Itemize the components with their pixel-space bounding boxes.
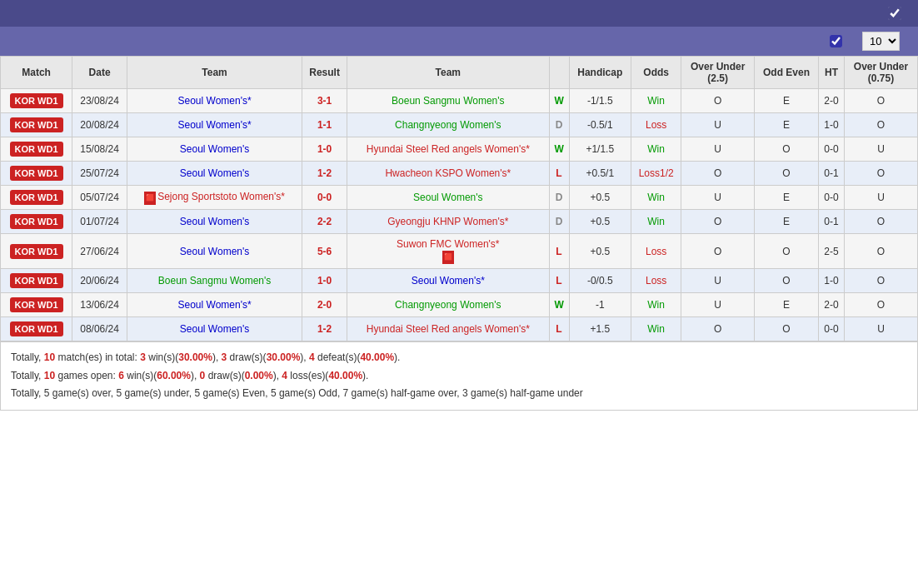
cell-over-under-075: U bbox=[845, 317, 918, 341]
display-notes-checkbox[interactable] bbox=[888, 7, 901, 20]
cell-over-under-25: U bbox=[681, 137, 755, 162]
cell-date: 20/08/24 bbox=[72, 113, 127, 137]
cell-over-under-075: O bbox=[845, 162, 918, 186]
cell-team-right: Changnyeong Women's bbox=[347, 113, 549, 137]
cell-over-under-075: O bbox=[845, 234, 918, 269]
cell-ht: 1-0 bbox=[818, 113, 844, 137]
cell-result: 2-2 bbox=[302, 210, 347, 234]
cell-team-left: 🟥Sejong Sportstoto Women's* bbox=[127, 186, 302, 210]
cell-outcome: L bbox=[549, 162, 569, 186]
cell-result: 1-1 bbox=[302, 113, 347, 137]
cell-match: KOR WD1 bbox=[1, 89, 72, 113]
cell-outcome: D bbox=[549, 186, 569, 210]
cell-handicap: +0.5 bbox=[569, 210, 631, 234]
cell-result: 1-0 bbox=[302, 269, 347, 293]
col-result: Result bbox=[302, 57, 347, 89]
cell-odd-even: O bbox=[755, 162, 819, 186]
cell-team-left: Boeun Sangmu Women's bbox=[127, 269, 302, 293]
cell-odd-even: E bbox=[755, 89, 819, 113]
cell-result: 2-0 bbox=[302, 293, 347, 317]
cell-over-under-25: U bbox=[681, 186, 755, 210]
table-row: KOR WD115/08/24Seoul Women's1-0Hyundai S… bbox=[1, 137, 918, 162]
cell-over-under-075: O bbox=[845, 210, 918, 234]
cell-date: 01/07/24 bbox=[72, 210, 127, 234]
cell-team-left: Seoul Women's bbox=[127, 317, 302, 341]
cell-odd-even: O bbox=[755, 137, 819, 162]
cell-odd-even: E bbox=[755, 210, 819, 234]
cell-date: 08/06/24 bbox=[72, 317, 127, 341]
cell-over-under-075: U bbox=[845, 186, 918, 210]
table-row: KOR WD125/07/24Seoul Women's1-2Hwacheon … bbox=[1, 162, 918, 186]
summary-line3: Totally, 5 game(s) over, 5 game(s) under… bbox=[11, 385, 907, 403]
cell-handicap: -1/1.5 bbox=[569, 89, 631, 113]
table-row: KOR WD101/07/24Seoul Women's2-2Gyeongju … bbox=[1, 210, 918, 234]
cell-ht: 0-0 bbox=[818, 137, 844, 162]
cell-team-left: Seoul Women's bbox=[127, 137, 302, 162]
cell-ht: 1-0 bbox=[818, 269, 844, 293]
cell-match: KOR WD1 bbox=[1, 210, 72, 234]
league-filter-checkbox[interactable] bbox=[830, 35, 842, 47]
table-row: KOR WD120/06/24Boeun Sangmu Women's1-0Se… bbox=[1, 269, 918, 293]
cell-handicap: -0/0.5 bbox=[569, 269, 631, 293]
col-handicap: Handicap bbox=[569, 57, 631, 89]
cell-match: KOR WD1 bbox=[1, 137, 72, 162]
cell-match: KOR WD1 bbox=[1, 162, 72, 186]
cell-match: KOR WD1 bbox=[1, 113, 72, 137]
cell-match: KOR WD1 bbox=[1, 234, 72, 269]
cell-outcome: L bbox=[549, 234, 569, 269]
cell-result: 1-2 bbox=[302, 317, 347, 341]
cell-team-left: Seoul Women's bbox=[127, 234, 302, 269]
cell-team-right: Suwon FMC Women's*🟥 bbox=[347, 234, 549, 269]
col-team-left: Team bbox=[127, 57, 302, 89]
cell-odds: Win bbox=[631, 186, 681, 210]
display-notes-section bbox=[888, 7, 906, 20]
filter-bar: 10 5 15 20 All bbox=[0, 27, 918, 56]
cell-handicap: +0.5 bbox=[569, 186, 631, 210]
cell-over-under-25: O bbox=[681, 89, 755, 113]
cell-ht: 2-0 bbox=[818, 89, 844, 113]
cell-team-left: Seoul Women's* bbox=[127, 293, 302, 317]
cell-over-under-25: U bbox=[681, 293, 755, 317]
cell-team-right: Seoul Women's bbox=[347, 186, 549, 210]
cell-outcome: L bbox=[549, 269, 569, 293]
cell-over-under-25: O bbox=[681, 210, 755, 234]
cell-handicap: +1/1.5 bbox=[569, 137, 631, 162]
cell-odds: Loss bbox=[631, 113, 681, 137]
cell-result: 1-2 bbox=[302, 162, 347, 186]
table-row: KOR WD108/06/24Seoul Women's1-2Hyundai S… bbox=[1, 317, 918, 341]
cell-over-under-25: O bbox=[681, 317, 755, 341]
cell-ht: 2-0 bbox=[818, 293, 844, 317]
cell-date: 15/08/24 bbox=[72, 137, 127, 162]
summary-box: Totally, 10 match(es) in total: 3 win(s)… bbox=[0, 341, 918, 411]
cell-over-under-075: O bbox=[845, 269, 918, 293]
cell-result: 1-0 bbox=[302, 137, 347, 162]
cell-over-under-075: O bbox=[845, 293, 918, 317]
cell-ht: 2-5 bbox=[818, 234, 844, 269]
cell-handicap: +0.5 bbox=[569, 234, 631, 269]
col-odd-even: Odd Even bbox=[755, 57, 819, 89]
cell-team-right: Hwacheon KSPO Women's* bbox=[347, 162, 549, 186]
cell-handicap: +0.5/1 bbox=[569, 162, 631, 186]
cell-odds: Win bbox=[631, 317, 681, 341]
cell-team-left: Seoul Women's* bbox=[127, 89, 302, 113]
cell-team-right: Boeun Sangmu Women's bbox=[347, 89, 549, 113]
cell-match: KOR WD1 bbox=[1, 317, 72, 341]
cell-outcome: D bbox=[549, 210, 569, 234]
cell-outcome: L bbox=[549, 317, 569, 341]
cell-result: 3-1 bbox=[302, 89, 347, 113]
games-select[interactable]: 10 5 15 20 All bbox=[862, 32, 900, 51]
cell-odds: Loss1/2 bbox=[631, 162, 681, 186]
cell-odds: Win bbox=[631, 89, 681, 113]
table-row: KOR WD105/07/24🟥Sejong Sportstoto Women'… bbox=[1, 186, 918, 210]
cell-outcome: D bbox=[549, 113, 569, 137]
col-date: Date bbox=[72, 57, 127, 89]
table-header-row: Match Date Team Result Team Handicap Odd… bbox=[1, 57, 918, 89]
cell-result: 5-6 bbox=[302, 234, 347, 269]
cell-outcome: W bbox=[549, 293, 569, 317]
cell-odds: Loss bbox=[631, 269, 681, 293]
cell-over-under-25: U bbox=[681, 269, 755, 293]
cell-over-under-075: O bbox=[845, 113, 918, 137]
cell-team-left: Seoul Women's bbox=[127, 162, 302, 186]
cell-odd-even: O bbox=[755, 317, 819, 341]
cell-team-right: Gyeongju KHNP Women's* bbox=[347, 210, 549, 234]
